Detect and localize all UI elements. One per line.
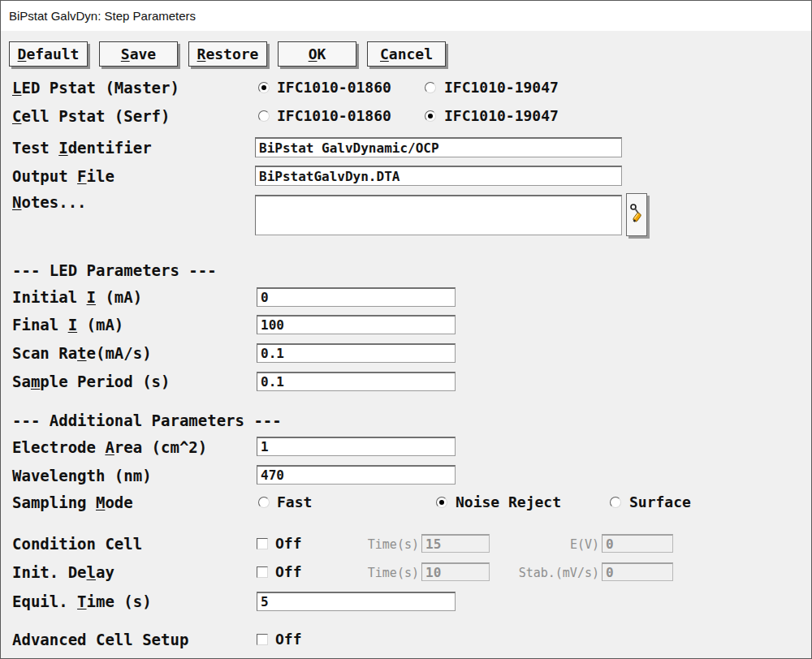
test-identifier-label: Test Identifier <box>12 139 152 157</box>
final-i-input[interactable] <box>257 315 456 334</box>
advanced-cell-setup-label: Advanced Cell Setup <box>12 631 188 648</box>
cell-pstat-option-19047-label: IFC1010-19047 <box>444 107 559 125</box>
sampling-mode-radio-surface[interactable] <box>610 497 621 508</box>
default-button[interactable]: Default <box>9 41 88 67</box>
sampling-mode-label: Sampling Mode <box>12 493 133 511</box>
init-delay-off-checkbox[interactable] <box>257 566 268 578</box>
restore-button[interactable]: Restore <box>188 41 267 67</box>
condition-time-label: Time(s) <box>346 537 419 552</box>
sample-period-input[interactable] <box>257 372 456 391</box>
screwdriver-icon <box>628 200 645 230</box>
electrode-area-label: Electrode Area (cm^2) <box>12 438 207 456</box>
save-button[interactable]: Save <box>99 41 178 67</box>
scan-rate-label: Scan Rate(mA/s) <box>12 344 152 362</box>
scan-rate-input[interactable] <box>257 343 456 363</box>
condition-cell-label: Condition Cell <box>12 535 142 553</box>
condition-e-input <box>602 534 673 553</box>
cancel-button[interactable]: Cancel <box>367 41 446 67</box>
led-pstat-option-19047-label: IFC1010-19047 <box>444 79 559 97</box>
cell-pstat-label: Cell Pstat (Serf) <box>12 107 170 125</box>
init-delay-stab-label: Stab.(mV/s) <box>486 566 599 580</box>
window-title: BiPstat GalvDyn: Step Parameters <box>9 9 196 23</box>
advanced-cell-setup-off-checkbox[interactable] <box>257 634 268 645</box>
cell-pstat-radio-01860[interactable] <box>258 110 270 122</box>
init-delay-label: Init. Delay <box>12 563 114 581</box>
initial-i-label: Initial I (mA) <box>12 288 142 306</box>
notes-textarea[interactable] <box>255 195 622 235</box>
sampling-mode-fast-label: Fast <box>277 493 312 511</box>
advanced-cell-setup-off-label: Off <box>275 631 302 648</box>
test-identifier-input[interactable] <box>255 137 622 157</box>
dialog-window: BiPstat GalvDyn: Step Parameters Default… <box>0 0 812 659</box>
init-delay-stab-input <box>602 562 673 581</box>
additional-parameters-header: --- Additional Parameters --- <box>12 411 282 429</box>
condition-cell-off-checkbox[interactable] <box>257 538 268 549</box>
notes-label: Notes... <box>12 193 87 211</box>
init-delay-off-label: Off <box>275 563 302 581</box>
notes-edit-button[interactable] <box>626 193 647 236</box>
wavelength-label: Wavelength (nm) <box>12 467 152 485</box>
init-delay-time-input <box>421 562 490 581</box>
output-file-label: Output File <box>12 167 114 185</box>
wavelength-input[interactable] <box>257 465 456 485</box>
led-pstat-radio-19047[interactable] <box>425 82 436 93</box>
condition-cell-off-label: Off <box>275 535 302 553</box>
condition-e-label: E(V) <box>526 537 599 552</box>
ok-button[interactable]: OK <box>278 41 356 67</box>
initial-i-input[interactable] <box>257 287 456 307</box>
led-pstat-option-01860-label: IFC1010-01860 <box>277 79 391 97</box>
led-pstat-radio-01860[interactable] <box>258 82 270 93</box>
equil-time-input[interactable] <box>257 592 456 611</box>
cell-pstat-option-01860-label: IFC1010-01860 <box>277 107 391 125</box>
led-pstat-label: LED Pstat (Master) <box>12 79 179 97</box>
init-delay-time-label: Time(s) <box>346 566 419 580</box>
sampling-mode-radio-noise-reject[interactable] <box>436 497 447 508</box>
title-bar: BiPstat GalvDyn: Step Parameters <box>1 1 811 31</box>
sampling-mode-radio-fast[interactable] <box>258 497 270 508</box>
output-file-input[interactable] <box>255 166 622 186</box>
final-i-label: Final I (mA) <box>12 316 123 334</box>
cell-pstat-radio-19047[interactable] <box>425 110 436 122</box>
condition-time-input <box>421 534 490 553</box>
electrode-area-input[interactable] <box>257 437 456 456</box>
led-parameters-header: --- LED Parameters --- <box>12 261 217 279</box>
equil-time-label: Equil. Time (s) <box>12 592 152 610</box>
sampling-mode-noise-reject-label: Noise Reject <box>456 493 561 511</box>
sampling-mode-surface-label: Surface <box>629 493 691 511</box>
sample-period-label: Sample Period (s) <box>12 373 171 390</box>
